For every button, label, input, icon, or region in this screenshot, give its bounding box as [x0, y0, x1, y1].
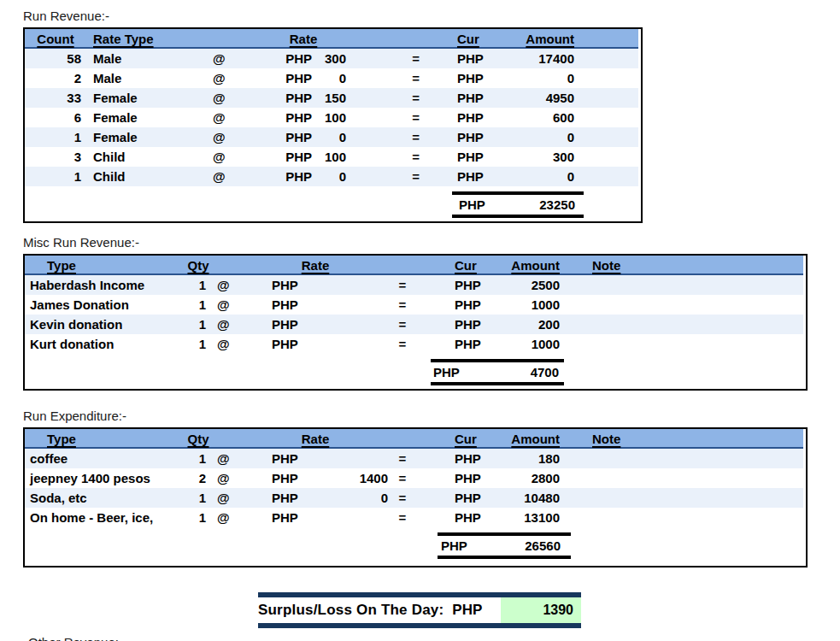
count-cell: 1 [25, 127, 86, 147]
table-row: 6 Female @ PHP 100 = PHP 600 [25, 108, 638, 127]
currency-cell: PHP [414, 315, 483, 334]
type-cell: Haberdash Income [25, 275, 187, 295]
equals-sign: = [391, 488, 414, 508]
header-qty: Qty [187, 429, 209, 449]
rate-currency-cell: PHP [240, 449, 304, 468]
rate-type-cell: Female [86, 108, 206, 127]
equals-sign: = [391, 295, 414, 315]
at-sign: @ [209, 508, 240, 527]
surplus-banner: Surplus/Loss On The Day: PHP 1390 [258, 592, 581, 628]
qty-cell: 1 [187, 449, 209, 468]
at-sign: @ [206, 49, 257, 68]
type-cell: On home - Beer, ice, [25, 508, 187, 527]
table-row: Kurt donation 1 @ PHP = PHP 1000 [25, 334, 803, 354]
header-spacer [628, 256, 803, 275]
amount-cell: 2800 [483, 468, 568, 488]
rate-currency-cell: PHP [240, 508, 304, 527]
note-cell [568, 508, 628, 527]
rate-value-cell: 1400 [304, 468, 391, 488]
rate-type-cell: Female [86, 88, 206, 108]
table-row: Haberdash Income 1 @ PHP = PHP 2500 [25, 275, 803, 295]
table-row: James Donation 1 @ PHP = PHP 1000 [25, 295, 803, 315]
amount-cell: 4950 [490, 88, 580, 108]
rate-currency-cell: PHP [257, 108, 315, 127]
table-row: Kevin donation 1 @ PHP = PHP 200 [25, 315, 803, 334]
header-cur: Cur [414, 256, 483, 275]
rate-type-cell: Child [86, 167, 206, 186]
count-cell: 6 [25, 108, 86, 127]
rate-value-cell [304, 295, 391, 315]
currency-cell: PHP [414, 334, 483, 354]
equals-sign: = [350, 108, 422, 127]
note-cell [568, 275, 628, 295]
type-cell: Kevin donation [25, 315, 187, 334]
surplus-amount-cell[interactable]: 1390 [501, 597, 581, 623]
at-sign: @ [206, 108, 257, 127]
count-cell: 33 [25, 88, 86, 108]
table-row: 2 Male @ PHP 0 = PHP 0 [25, 68, 638, 88]
total-currency: PHP [433, 362, 460, 382]
header-cur: Cur [414, 429, 483, 449]
at-sign: @ [206, 127, 257, 147]
currency-cell: PHP [414, 468, 483, 488]
header-amount: Amount [483, 256, 568, 275]
header-cur: Cur [422, 29, 490, 49]
rate-value-cell [304, 449, 391, 468]
misc-revenue-total: PHP 4700 [431, 359, 564, 385]
rate-value-cell: 0 [315, 127, 350, 147]
run-revenue-header-row: Count Rate Type Rate Cur Amount [25, 29, 638, 49]
header-rate-type: Rate Type [86, 29, 206, 49]
amount-cell: 200 [483, 315, 568, 334]
rate-value-cell: 300 [315, 49, 350, 68]
rate-currency-cell: PHP [240, 468, 304, 488]
rate-currency-cell: PHP [240, 334, 304, 354]
equals-sign: = [350, 49, 422, 68]
header-spacer [391, 256, 414, 275]
note-cell [568, 449, 628, 468]
table-row: 58 Male @ PHP 300 = PHP 17400 [25, 49, 638, 68]
amount-cell: 0 [490, 127, 580, 147]
equals-sign: = [350, 127, 422, 147]
at-sign: @ [209, 275, 240, 295]
rate-value-cell: 0 [304, 488, 391, 508]
rate-currency-cell: PHP [240, 488, 304, 508]
currency-cell: PHP [422, 167, 490, 186]
header-count: Count [25, 29, 86, 49]
header-spacer [628, 429, 803, 449]
equals-sign: = [350, 167, 422, 186]
total-amount: 23250 [539, 195, 575, 215]
rate-currency-cell: PHP [257, 167, 315, 186]
header-spacer [580, 29, 638, 49]
count-cell: 1 [25, 167, 86, 186]
note-cell [568, 334, 628, 354]
amount-cell: 17400 [490, 49, 580, 68]
amount-cell: 10480 [483, 488, 568, 508]
rate-value-cell: 0 [315, 167, 350, 186]
total-currency: PHP [441, 536, 467, 556]
at-sign: @ [209, 449, 240, 468]
type-cell: James Donation [25, 295, 187, 315]
rate-value-cell: 150 [315, 88, 350, 108]
rate-currency-cell: PHP [257, 68, 315, 88]
currency-cell: PHP [422, 68, 490, 88]
currency-cell: PHP [422, 88, 490, 108]
misc-revenue-header-row: Type Qty Rate Cur Amount Note [25, 256, 803, 275]
header-amount: Amount [483, 429, 568, 449]
type-cell: jeepney 1400 pesos [25, 468, 187, 488]
table-row: coffee 1 @ PHP = PHP 180 [25, 449, 803, 468]
table-row: jeepney 1400 pesos 2 @ PHP 1400 = PHP 28… [25, 468, 803, 488]
qty-cell: 1 [187, 488, 209, 508]
run-revenue-table: Count Rate Type Rate Cur Amount 58 Male … [23, 27, 643, 223]
count-cell: 3 [25, 147, 86, 167]
header-rate: Rate [240, 256, 391, 275]
rate-type-cell: Male [86, 68, 206, 88]
count-cell: 58 [25, 49, 86, 68]
rate-currency-cell: PHP [240, 315, 304, 334]
header-amount: Amount [490, 29, 580, 49]
rate-value-cell [304, 315, 391, 334]
equals-sign: = [350, 147, 422, 167]
qty-cell: 1 [187, 508, 209, 527]
misc-run-revenue-table: Type Qty Rate Cur Amount Note Haberdash … [23, 254, 808, 391]
rate-currency-cell: PHP [257, 88, 315, 108]
equals-sign: = [391, 275, 414, 295]
